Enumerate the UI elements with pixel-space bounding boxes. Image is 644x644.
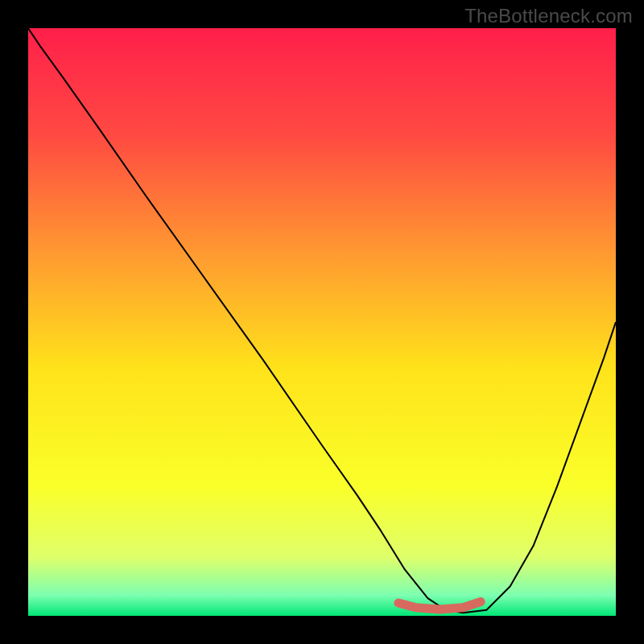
gradient-background — [28, 28, 616, 616]
plot-svg — [28, 28, 616, 616]
plot-area — [28, 28, 616, 616]
chart-frame: TheBottleneck.com — [0, 0, 644, 644]
watermark-text: TheBottleneck.com — [464, 5, 633, 27]
